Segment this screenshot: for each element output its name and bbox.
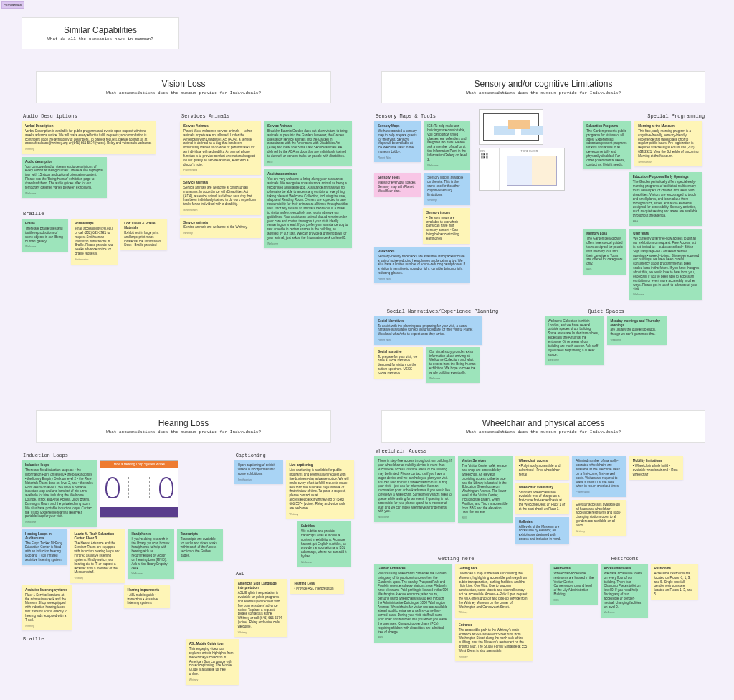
image-floorplan[interactable] bbox=[479, 109, 543, 145]
note-body: Visitors using wheelchairs can enter the… bbox=[378, 572, 448, 634]
note-transcripts[interactable]: Transcripts Transcripts are available fo… bbox=[177, 529, 223, 561]
note-body: Exhibit text in large print and large-pr… bbox=[124, 231, 161, 247]
note-step-free[interactable]: There is step-free access throughout our… bbox=[374, 456, 455, 522]
note-education-center[interactable]: Laurie M. Tisch Education Center, Floor … bbox=[70, 529, 125, 583]
note-asl-interp[interactable]: American Sign Language interpretation AS… bbox=[234, 579, 288, 637]
note-body: Wellcome Collection is within London, an… bbox=[548, 319, 599, 356]
note-getting-here[interactable]: Getting here Download a map of the area … bbox=[455, 564, 533, 618]
note-ies[interactable]: IES: To help make our building more comf… bbox=[424, 121, 470, 170]
note-source: BBG bbox=[462, 516, 509, 520]
note-quiet-1[interactable]: Wellcome Collection is within London, an… bbox=[545, 316, 604, 365]
note-body: Brooklyn Botanic Garden does not allow v… bbox=[267, 129, 348, 158]
note-title: Braille bbox=[25, 222, 65, 226]
panel-hearing: Hearing Loss What accommodations does th… bbox=[36, 410, 331, 443]
note-body: Service animals are welcome at Smithsoni… bbox=[184, 186, 256, 206]
note-visitor-services[interactable]: Visitor Services The Visitor Center café… bbox=[458, 456, 513, 523]
note-body: • Provide ASL Interpretation bbox=[294, 587, 333, 590]
note-sensory-maps[interactable]: Sensory Maps We have created a sensory m… bbox=[374, 121, 421, 162]
note-source: Wellcome bbox=[131, 572, 170, 576]
note-sensory-issues[interactable]: Sensory issues • Sensory maps are availa… bbox=[423, 208, 470, 244]
note-hearing-loss-bullets[interactable]: Hearing Loss • Provide ASL Interpretatio… bbox=[290, 579, 344, 594]
note-wheel-tickets[interactable]: A limited number of manually-operated wh… bbox=[572, 456, 626, 496]
note-audio-download[interactable]: Audio description You can download or st… bbox=[22, 157, 107, 198]
note-source: Smithsonian bbox=[238, 478, 280, 482]
note-headphones[interactable]: Headphones If you're doing research in t… bbox=[128, 529, 173, 579]
note-restrooms-3[interactable]: Restrooms Accessible restrooms are locat… bbox=[651, 564, 698, 600]
note-hearing-imp[interactable]: Hearing impairments • ASL mobile guide •… bbox=[124, 585, 170, 608]
subhead-audio: Audio Descriptions bbox=[23, 113, 177, 119]
note-source: Wellcome bbox=[604, 611, 644, 615]
note-sensory-site[interactable]: Sensory Map is available on the site. Th… bbox=[424, 173, 470, 205]
sub-similar: What do all the companies have in common… bbox=[37, 37, 164, 42]
note-title: Subtitles bbox=[301, 524, 348, 529]
note-title: Induction loops bbox=[25, 463, 93, 468]
note-source: Planet Word bbox=[378, 156, 417, 160]
section-hearing: Hearing Loss What accommodations does th… bbox=[22, 397, 360, 684]
note-source: Smithsonian bbox=[184, 209, 257, 212]
note-als[interactable]: Assistive listening systems Floor 1 Serv… bbox=[22, 585, 72, 630]
note-induction-loops[interactable]: Induction loops There are fixed inductio… bbox=[22, 460, 97, 527]
note-braille-maps[interactable]: Braille Maps email accessibility@si.edu … bbox=[71, 219, 118, 264]
note-edu-programs[interactable]: Education Programs The Garden presents p… bbox=[583, 121, 631, 169]
subhead-braille: Braille bbox=[23, 211, 177, 217]
note-entrance[interactable]: Entrance The accessible path to the Whit… bbox=[455, 620, 533, 661]
note-title: Sensory issues bbox=[426, 211, 466, 215]
note-user-tests[interactable]: User tests We currently offer free-flow … bbox=[629, 229, 702, 299]
note-sa-whitney[interactable]: Service animals Service animals are welc… bbox=[180, 218, 261, 238]
note-mobility[interactable]: Mobility limitations • Wheelchair whole … bbox=[629, 456, 684, 479]
note-quiet-2[interactable]: Monday mornings and Thursday evenings ar… bbox=[607, 316, 667, 345]
note-body: ASL English interpretation is available … bbox=[238, 591, 282, 628]
note-elevator[interactable]: Elevator access is available on all floo… bbox=[572, 500, 626, 536]
note-live-captioning[interactable]: Live captioning Live captioning is avail… bbox=[286, 460, 354, 519]
note-source: Wellcome bbox=[429, 377, 477, 381]
note-body: All levels of the Museum are accessible … bbox=[519, 525, 561, 541]
note-subtitles[interactable]: Subtitles We subtitle and provide transc… bbox=[297, 521, 351, 567]
note-title: Sensory Tools bbox=[378, 176, 417, 180]
subhead-restrooms: Restrooms bbox=[541, 556, 709, 562]
note-loops-auditorium[interactable]: Hearing Loops in Auditoriums The Floyd T… bbox=[22, 529, 67, 565]
note-source: BBG bbox=[633, 220, 699, 224]
note-sa-brooklyn[interactable]: Service Animals Brooklyn Botanic Garden … bbox=[264, 121, 352, 166]
note-source: BBG bbox=[267, 161, 348, 164]
title-wheelchair: Wheelchair and physical access bbox=[396, 418, 690, 428]
note-source: Wellcome bbox=[378, 516, 452, 519]
note-memory-loss[interactable]: Memory Loss The Garden periodically offe… bbox=[583, 229, 626, 274]
note-wheel-availability[interactable]: Wheelchair availability Standard wheelch… bbox=[515, 483, 570, 514]
tab-similarities[interactable]: Similarities bbox=[1, 1, 24, 9]
note-title: Mobility limitations bbox=[633, 459, 680, 463]
note-body: • Wheelchair whole build • available whe… bbox=[633, 464, 678, 476]
note-title: Wheelchair availability bbox=[519, 486, 566, 490]
note-restrooms-2[interactable]: Accessible toilets We have accessible to… bbox=[601, 564, 648, 618]
section-vision: Vision Loss What accommodations does the… bbox=[22, 71, 360, 383]
note-verbal-description[interactable]: Verbal Description Verbal Description is… bbox=[22, 121, 156, 154]
note-body: We subtitle and provide transcripts of a… bbox=[301, 529, 347, 558]
note-backpacks[interactable]: Backpacks Sensory-friendly backpacks are… bbox=[374, 247, 470, 284]
note-title: User tests bbox=[633, 232, 699, 236]
note-morning-museum[interactable]: Morning at the Museum This free, early-m… bbox=[634, 121, 702, 166]
note-source: Whitney bbox=[74, 577, 121, 580]
note-early-openings[interactable]: Education Purposes Early Openings The Ga… bbox=[629, 172, 702, 226]
note-social-narratives[interactable]: Social Narratives To assist with the pla… bbox=[374, 316, 482, 345]
note-sa-assist[interactable]: Assistance animals You are very welcome … bbox=[264, 169, 352, 248]
note-wheel-access-bullets[interactable]: Wheelchair access • Fully/mostly accessi… bbox=[515, 456, 570, 479]
image-third-floor-map[interactable]: KEY▣ ▣ ▣▣ ▣ ▣ bbox=[479, 148, 565, 191]
note-sa-smith[interactable]: Service animals Service animals are welc… bbox=[180, 178, 261, 215]
note-body: There are Braille titles and tactile rep… bbox=[25, 227, 63, 243]
note-asl-mobile-guide[interactable]: ASL Mobile Guide tour This engaging vide… bbox=[186, 639, 239, 684]
note-visual-story[interactable]: Our visual story provides extra informat… bbox=[426, 347, 480, 384]
note-source: Whitney bbox=[25, 625, 68, 628]
note-garden-entrances[interactable]: Garden Entrances Visitors using wheelcha… bbox=[374, 564, 452, 643]
note-open-captioning[interactable]: Open captioning of exhibit videos is inc… bbox=[234, 460, 283, 484]
panel-sensory: Sensory and/or cognitive Limitations Wha… bbox=[381, 71, 705, 103]
note-body: The Floyd Tucker McEvoy Education Center… bbox=[25, 541, 62, 562]
note-low-vision[interactable]: Low Vision & Braille Materials Exhibit t… bbox=[120, 219, 167, 250]
map-plan bbox=[500, 148, 564, 190]
note-galleries[interactable]: Galleries All levels of the Museum are a… bbox=[515, 517, 570, 544]
note-sa-planet[interactable]: Service Animals Planet Word welcomes ser… bbox=[180, 121, 261, 175]
note-sensory-tools[interactable]: Sensory Tools Maps for everyday spaces. … bbox=[374, 173, 421, 196]
note-braille[interactable]: Braille There are Braille titles and tac… bbox=[22, 219, 68, 252]
note-title: Service Animals bbox=[267, 124, 348, 128]
note-social-kit[interactable]: Social narrative To prepare for your vis… bbox=[374, 347, 423, 379]
note-restrooms-1[interactable]: Restrooms Wheelchair-accessible restroom… bbox=[550, 564, 597, 605]
image-hearing-loop-diagram[interactable]: How a Hearing Loop System Works bbox=[100, 460, 178, 518]
